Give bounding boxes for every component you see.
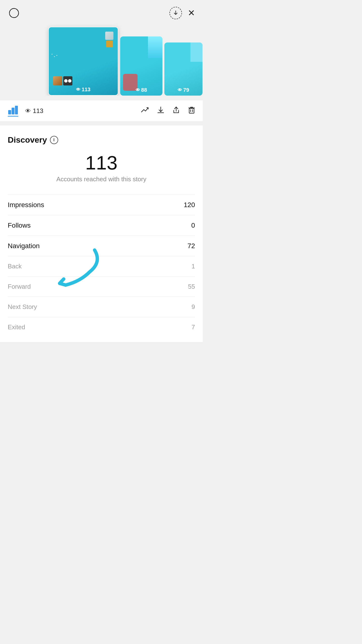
discovery-title: Discovery [8,135,47,144]
navigation-section: Navigation 72 Back 1 Forward 55 Next Sto… [8,236,195,337]
svg-rect-5 [189,108,194,113]
impressions-label: Impressions [8,201,44,209]
story-thumbnail-3[interactable]: 👁 79 [164,42,202,96]
forward-label: Forward [8,283,31,290]
view-count-3: 👁 79 [178,87,189,93]
top-bar: ✕ [0,0,203,23]
svg-rect-2 [8,110,11,114]
download-circle-icon[interactable] [170,7,182,19]
toolbar-view-count: 👁 113 [25,107,141,115]
close-button[interactable]: ✕ [188,9,195,18]
exited-row: Exited 7 [8,317,195,337]
follows-value: 0 [191,222,195,229]
svg-rect-3 [12,108,14,114]
view-count-value: 113 [33,107,43,115]
view-count-active: 👁 113 [76,86,90,93]
back-label: Back [8,262,22,270]
navigation-row: Navigation 72 [8,236,195,256]
toolbar: 👁 113 [0,100,203,122]
stats-section: Discovery i 113 Accounts reached with th… [0,126,203,342]
impressions-value: 120 [184,201,195,209]
thumbnails-strip: 👁 113 👁 88 👁 79 [0,23,203,96]
story-thumbnail-active[interactable]: 👁 113 [48,27,118,96]
impressions-row: Impressions 120 [8,194,195,215]
exited-value: 7 [192,324,195,331]
exited-label: Exited [8,324,25,331]
big-number: 113 [8,153,195,172]
accounts-reached-label: Accounts reached with this story [8,176,195,183]
svg-rect-4 [15,106,18,114]
download-icon[interactable] [157,106,164,116]
trend-icon[interactable] [141,107,149,115]
divider [0,122,203,126]
navigation-value: 72 [188,242,195,250]
bar-chart-tab[interactable] [8,105,18,116]
toolbar-actions [141,106,195,116]
forward-value: 55 [188,283,195,290]
view-count-2: 👁 88 [136,87,147,93]
gear-icon[interactable] [8,7,20,19]
follows-label: Follows [8,222,31,229]
info-icon[interactable]: i [50,136,58,144]
forward-row: Forward 55 [8,276,195,297]
follows-row: Follows 0 [8,215,195,236]
story-thumbnail-2[interactable]: 👁 88 [120,36,162,96]
next-story-value: 9 [192,303,195,311]
delete-icon[interactable] [188,106,195,116]
eye-icon: 👁 [25,108,31,114]
next-story-row: Next Story 9 [8,297,195,317]
next-story-label: Next Story [8,303,37,311]
share-icon[interactable] [173,106,180,116]
back-value: 1 [192,262,195,270]
discovery-header: Discovery i [8,135,195,144]
top-right-icons: ✕ [170,7,195,19]
navigation-label: Navigation [8,242,40,250]
back-row: Back 1 [8,256,195,276]
